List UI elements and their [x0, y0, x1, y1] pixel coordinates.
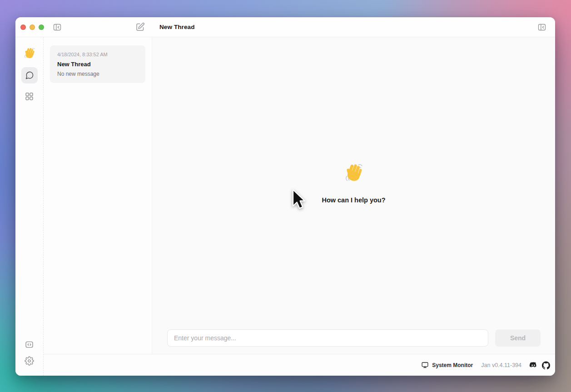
- sidebar-rail: [15, 37, 44, 376]
- thread-title: New Thread: [57, 61, 138, 68]
- main-header: New Thread: [152, 17, 555, 37]
- empty-chat-state: How can I help you?: [152, 37, 555, 329]
- titlebar-left-panel: [15, 17, 152, 37]
- send-button[interactable]: Send: [495, 329, 541, 347]
- collapse-right-panel-icon[interactable]: [536, 21, 548, 33]
- desktop-background: { "titlebar": { "title": "New Thread", "…: [0, 0, 571, 392]
- wave-emoji-icon: [343, 163, 364, 184]
- chat-bubble-icon: [25, 71, 34, 80]
- greeting-text: How can I help you?: [322, 196, 385, 204]
- content-row: 4/18/2024, 8:33:52 AM New Thread No new …: [44, 37, 555, 354]
- settings-gear-icon: [25, 356, 34, 366]
- close-window-button[interactable]: [20, 24, 26, 30]
- thread-preview: No new message: [57, 71, 138, 77]
- right-column: 4/18/2024, 8:33:52 AM New Thread No new …: [44, 37, 555, 376]
- sidebar-item-threads[interactable]: [21, 67, 38, 83]
- chat-main-panel: How can I help you? Send: [152, 37, 555, 354]
- sidebar-item-settings[interactable]: [23, 354, 36, 368]
- github-icon[interactable]: [542, 361, 550, 369]
- page-title: New Thread: [159, 24, 195, 30]
- sidebar-item-hub[interactable]: [21, 88, 38, 104]
- social-links: [529, 361, 550, 370]
- system-monitor-toggle[interactable]: System Monitor: [421, 361, 473, 369]
- zoom-window-button[interactable]: [39, 24, 44, 30]
- thread-list-item[interactable]: 4/18/2024, 8:33:52 AM New Thread No new …: [50, 45, 145, 83]
- thread-list-panel: 4/18/2024, 8:33:52 AM New Thread No new …: [44, 37, 152, 354]
- titlebar: New Thread: [15, 17, 555, 37]
- status-bar: System Monitor Jan v0.4.11-394: [44, 354, 555, 376]
- traffic-lights: [20, 24, 44, 30]
- local-api-server-icon: [25, 340, 34, 349]
- thread-timestamp: 4/18/2024, 8:33:52 AM: [57, 51, 138, 58]
- new-thread-compose-icon[interactable]: [134, 21, 146, 33]
- grid-icon: [25, 92, 34, 101]
- monitor-icon: [421, 361, 429, 369]
- app-version-label: Jan v0.4.11-394: [481, 362, 521, 368]
- discord-icon[interactable]: [529, 361, 538, 370]
- wave-logo-icon: [23, 47, 36, 60]
- collapse-left-panel-icon[interactable]: [51, 21, 63, 33]
- system-monitor-label: System Monitor: [432, 362, 473, 368]
- minimize-window-button[interactable]: [30, 24, 35, 30]
- sidebar-item-local-api-server[interactable]: [23, 338, 36, 351]
- message-composer: Send: [152, 329, 555, 354]
- app-window: New Thread: [15, 17, 555, 376]
- window-body: 4/18/2024, 8:33:52 AM New Thread No new …: [15, 37, 555, 376]
- message-input[interactable]: [167, 329, 488, 347]
